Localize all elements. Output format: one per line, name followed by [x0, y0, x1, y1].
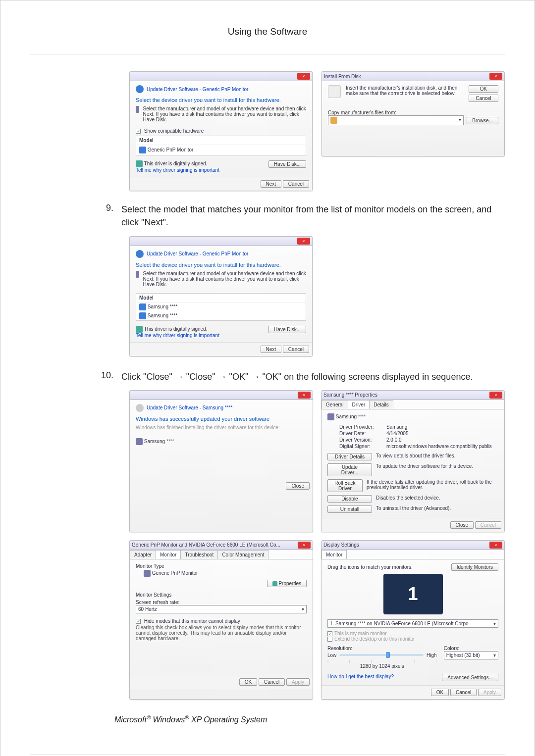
resolution-slider[interactable] — [339, 654, 424, 656]
signed-text: This driver is digitally signed. — [144, 326, 208, 331]
cancel-button[interactable]: Cancel — [283, 346, 309, 353]
close-icon[interactable]: × — [297, 238, 310, 245]
refresh-select[interactable]: 60 Hertz — [136, 605, 307, 613]
os-footnote: Microsoft® Windows® XP Operating System — [114, 714, 505, 724]
folder-icon — [330, 117, 337, 124]
close-icon[interactable]: × — [297, 73, 310, 80]
extend-label: Extend the desktop onto this monitor — [334, 636, 415, 642]
cancel-button[interactable]: Cancel — [283, 180, 309, 188]
close-icon[interactable]: × — [298, 392, 311, 399]
tab-driver[interactable]: Driver — [348, 400, 370, 409]
show-compatible-checkbox[interactable] — [136, 129, 141, 134]
tab-monitor[interactable]: Monitor — [156, 550, 181, 559]
tab-adapter[interactable]: Adapter — [130, 550, 156, 559]
colors-select[interactable]: Highest (32 bit) — [444, 651, 498, 659]
device-name: Samsung **** — [336, 413, 366, 419]
divider — [30, 755, 505, 755]
tab-troubleshoot[interactable]: Troubleshoot — [180, 550, 218, 559]
uninstall-button[interactable]: Uninstall — [327, 505, 372, 513]
tab-general[interactable]: General — [321, 400, 348, 409]
window-title: Samsung **** Properties — [323, 392, 377, 398]
kv-key: Driver Provider: — [339, 424, 386, 430]
back-icon[interactable] — [136, 85, 144, 93]
step-9: 9. Select the model that matches your mo… — [100, 203, 505, 229]
driver-details-button[interactable]: Driver Details — [327, 453, 372, 460]
model-name: Samsung **** — [148, 303, 178, 309]
step-number: 10. — [100, 370, 113, 383]
close-button[interactable]: Close — [286, 482, 310, 490]
tab-monitor[interactable]: Monitor — [321, 550, 347, 559]
model-row[interactable]: Generic PnP Monitor — [136, 145, 306, 155]
update-driver-button[interactable]: Update Driver... — [327, 463, 372, 476]
driver-properties-dialog: Samsung **** Properties × General Driver… — [321, 390, 505, 532]
wizard-body: Select the manufacturer and model of you… — [143, 106, 306, 122]
cancel-button[interactable]: Cancel — [469, 95, 498, 102]
ok-button[interactable]: OK — [239, 678, 257, 686]
monitor-icon — [139, 312, 146, 319]
btn-desc: Disables the selected device. — [376, 495, 440, 503]
hide-modes-checkbox[interactable] — [136, 619, 141, 624]
wizard-heading: Select the device driver you want to ins… — [136, 262, 306, 268]
signing-link[interactable]: Tell me why driver signing is important — [136, 167, 219, 173]
resolution-value: 1280 by 1024 pixels — [327, 663, 437, 669]
best-display-link[interactable]: How do I get the best display? — [327, 674, 394, 681]
shield-icon — [136, 160, 143, 167]
advanced-button[interactable]: Advanced Settings... — [442, 674, 498, 681]
disk-icon — [328, 85, 341, 98]
refresh-label: Screen refresh rate: — [136, 600, 307, 605]
kv-key: Driver Version: — [339, 437, 386, 443]
device-icon — [136, 438, 143, 445]
install-from-disk-dialog: Install From Disk × Insert the manufactu… — [321, 71, 505, 156]
model-row[interactable]: Samsung **** — [136, 302, 306, 311]
drag-label: Drag the icons to match your monitors. — [327, 564, 413, 570]
model-row[interactable]: Samsung **** — [136, 311, 306, 320]
next-button[interactable]: Next — [261, 346, 282, 353]
kv-val: 2.0.0.0 — [386, 437, 402, 443]
btn-desc: To view details about the driver files. — [376, 453, 456, 460]
back-icon[interactable] — [136, 250, 144, 258]
window-title: Install From Disk — [324, 74, 361, 79]
identify-button[interactable]: Identify Monitors — [451, 563, 498, 571]
cancel-button[interactable]: Cancel — [450, 689, 477, 696]
disable-button[interactable]: Disable — [327, 495, 372, 503]
have-disk-button[interactable]: Have Disk... — [268, 160, 306, 168]
kv-val: 4/14/2005 — [386, 431, 409, 436]
have-disk-button[interactable]: Have Disk... — [268, 326, 306, 333]
close-icon[interactable]: × — [298, 542, 311, 549]
ok-button[interactable]: OK — [431, 689, 449, 696]
properties-button[interactable]: Properties — [267, 580, 307, 587]
tab-color[interactable]: Color Management — [217, 550, 268, 559]
hide-modes-msg: Clearing this check box allows you to se… — [136, 625, 307, 641]
divider — [30, 54, 505, 54]
kv-key: Driver Date: — [339, 431, 386, 436]
browse-button[interactable]: Browse... — [467, 117, 498, 124]
model-name: Samsung **** — [148, 312, 178, 318]
cancel-button[interactable]: Cancel — [259, 678, 285, 686]
breadcrumb: Update Driver Software - Generic PnP Mon… — [147, 251, 248, 256]
wizard-body: Select the manufacturer and model of you… — [143, 271, 306, 287]
monitor-icon — [139, 303, 146, 310]
roll-back-button[interactable]: Roll Back Driver — [327, 479, 363, 492]
apply-button: Apply — [286, 678, 310, 686]
display-select[interactable]: 1. Samsung **** on NVIDIA GeForce 6600 L… — [327, 619, 498, 628]
model-header: Model — [136, 294, 306, 302]
model-name: Generic PnP Monitor — [148, 147, 194, 152]
colors-label: Colors: — [444, 646, 498, 651]
close-icon[interactable]: × — [489, 73, 502, 80]
update-complete-dialog: × Update Driver Software - Samsung **** … — [129, 390, 313, 532]
close-button[interactable]: Close — [450, 521, 474, 529]
monitor-preview[interactable]: 1 — [383, 574, 443, 614]
signing-link[interactable]: Tell me why driver signing is important — [136, 333, 219, 338]
ok-button[interactable]: OK — [469, 85, 498, 93]
path-select[interactable] — [328, 115, 464, 125]
btn-desc: If the device fails after updating the d… — [367, 479, 498, 492]
wizard-heading: Select the device driver you want to ins… — [136, 97, 306, 103]
close-icon[interactable]: × — [489, 392, 502, 399]
back-icon — [136, 404, 144, 412]
step-text: Select the model that matches your monit… — [121, 203, 505, 229]
close-icon[interactable]: × — [489, 542, 502, 549]
update-driver-wizard-1: × Update Driver Software - Generic PnP M… — [129, 71, 313, 191]
tab-details[interactable]: Details — [369, 400, 393, 409]
next-button[interactable]: Next — [261, 180, 282, 188]
page: Using the Software × Update Driver Softw… — [0, 0, 535, 756]
